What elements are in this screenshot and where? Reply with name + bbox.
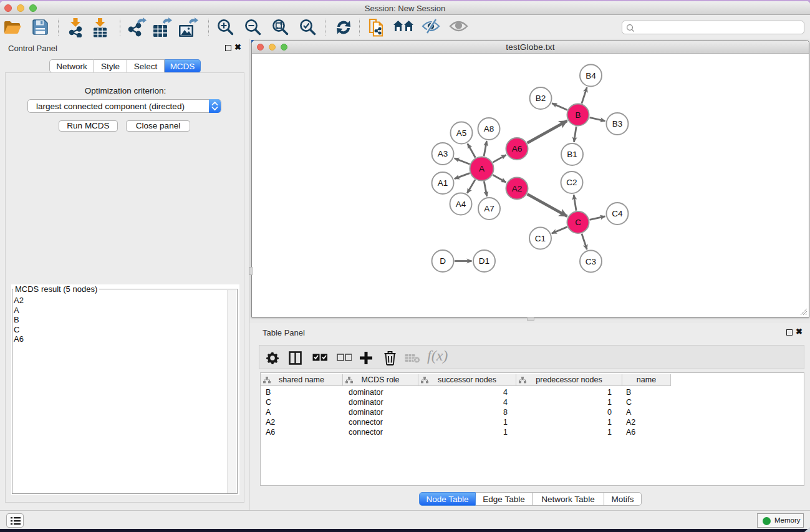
svg-text:A8: A8: [484, 124, 494, 133]
svg-text:D: D: [440, 256, 446, 266]
svg-text:B1: B1: [567, 150, 577, 159]
svg-text:A: A: [479, 164, 485, 173]
svg-text:B3: B3: [612, 119, 623, 128]
svg-text:A2: A2: [512, 184, 523, 193]
svg-text:D1: D1: [479, 256, 489, 266]
svg-text:A7: A7: [484, 204, 494, 213]
svg-text:C4: C4: [612, 209, 623, 218]
svg-text:C: C: [575, 218, 581, 227]
svg-text:B2: B2: [536, 94, 546, 103]
svg-text:A3: A3: [438, 149, 448, 158]
svg-text:C3: C3: [586, 257, 596, 266]
svg-text:A6: A6: [512, 144, 523, 153]
svg-text:C2: C2: [566, 178, 577, 187]
svg-text:B: B: [575, 110, 581, 120]
svg-text:A5: A5: [456, 128, 467, 138]
svg-text:B4: B4: [586, 71, 596, 80]
svg-text:A4: A4: [456, 200, 466, 209]
svg-text:A1: A1: [438, 178, 448, 188]
svg-text:C1: C1: [535, 234, 546, 243]
